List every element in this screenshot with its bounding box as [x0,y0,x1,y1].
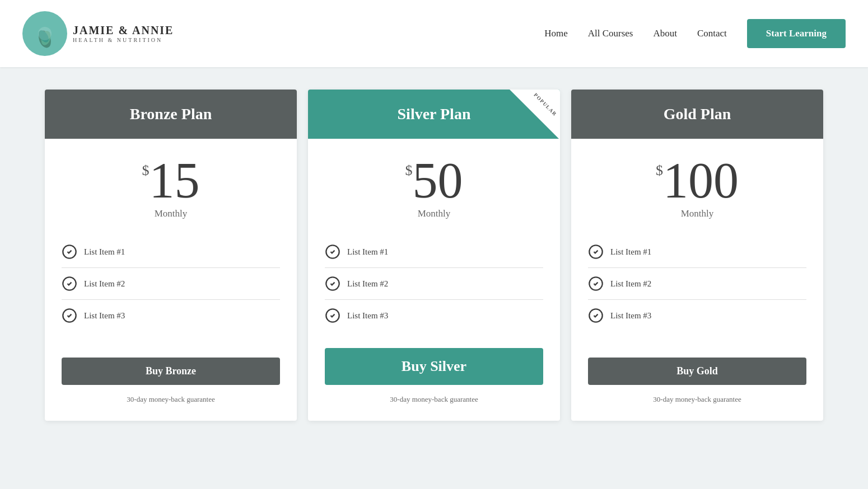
popular-badge: POPULAR [510,90,560,140]
gold-plan-card: Gold Plan $ 100 Monthly [571,90,823,421]
gold-feature-2-text: List Item #2 [610,279,651,289]
bronze-plan-title: Bronze Plan [130,105,212,123]
gold-plan-body: $ 100 Monthly List Item #1 [571,139,823,421]
silver-plan-card: Silver Plan POPULAR $ 50 Monthly [308,90,560,421]
gold-feature-1-text: List Item #1 [610,247,651,257]
silver-feature-1: List Item #1 [325,236,543,268]
silver-plan-title: Silver Plan [398,105,471,123]
gold-plan-title: Gold Plan [664,105,731,123]
silver-guarantee: 30-day money-back guarantee [325,395,543,404]
gold-price-period: Monthly [588,208,806,219]
check-icon [588,276,604,291]
check-icon [325,276,340,291]
main-content: Bronze Plan $ 15 Monthly [0,67,868,454]
bronze-price-number: 15 [150,156,200,206]
gold-price-area: $ 100 Monthly [588,156,806,219]
logo-sub-text: HEALTH & NUTRITION [73,37,174,43]
nav-contact[interactable]: Contact [697,28,727,39]
logo-main-text: JAMIE & ANNIE [73,24,174,37]
bronze-price-period: Monthly [62,208,280,219]
silver-plan-header: Silver Plan POPULAR [308,90,560,139]
check-icon [62,308,77,323]
bronze-feature-1-text: List Item #1 [84,247,125,257]
bronze-plan-body: $ 15 Monthly List Item #1 [45,139,297,421]
bronze-price-display: $ 15 [62,156,280,206]
bronze-plan-card: Bronze Plan $ 15 Monthly [45,90,297,421]
start-learning-button[interactable]: Start Learning [747,19,846,48]
bronze-feature-3-text: List Item #3 [84,311,125,321]
bronze-guarantee: 30-day money-back guarantee [62,395,280,404]
silver-feature-2-text: List Item #2 [347,279,388,289]
gold-feature-3-text: List Item #3 [610,311,651,321]
silver-price-dollar: $ [405,163,413,178]
gold-plan-header: Gold Plan [571,90,823,139]
bronze-price-area: $ 15 Monthly [62,156,280,219]
header: JAMIE & ANNIE HEALTH & NUTRITION Home Al… [0,0,868,67]
check-icon [62,276,77,291]
logo-circle [22,11,67,56]
bronze-feature-1: List Item #1 [62,236,280,268]
nav-home[interactable]: Home [544,28,568,39]
silver-price-number: 50 [413,156,463,206]
buy-gold-button[interactable]: Buy Gold [588,358,806,385]
buy-bronze-button[interactable]: Buy Bronze [62,358,280,385]
silver-feature-3: List Item #3 [325,300,543,331]
gold-feature-3: List Item #3 [588,300,806,331]
silver-price-display: $ 50 [325,156,543,206]
svg-point-3 [38,27,52,40]
bronze-features-list: List Item #1 List Item #2 [62,236,280,341]
pricing-cards: Bronze Plan $ 15 Monthly [45,90,823,421]
logo-area: JAMIE & ANNIE HEALTH & NUTRITION [22,11,174,56]
gold-features-list: List Item #1 List Item #2 [588,236,806,341]
logo-text: JAMIE & ANNIE HEALTH & NUTRITION [73,24,174,43]
bronze-feature-3: List Item #3 [62,300,280,331]
buy-silver-button[interactable]: Buy Silver [325,348,543,385]
main-nav: Home All Courses About Contact Start Lea… [544,19,846,48]
popular-badge-text: POPULAR [531,91,559,118]
bronze-plan-header: Bronze Plan [45,90,297,139]
bronze-feature-2-text: List Item #2 [84,279,125,289]
gold-price-number: 100 [663,156,739,206]
silver-price-period: Monthly [325,208,543,219]
gold-price-display: $ 100 [588,156,806,206]
check-icon [588,244,604,260]
bronze-feature-2: List Item #2 [62,268,280,300]
check-icon [588,308,604,323]
silver-price-area: $ 50 Monthly [325,156,543,219]
gold-price-dollar: $ [656,163,663,178]
bronze-price-dollar: $ [142,163,150,178]
silver-plan-body: $ 50 Monthly List Item #1 [308,139,560,421]
check-icon [325,308,340,323]
nav-all-courses[interactable]: All Courses [588,28,633,39]
silver-feature-2: List Item #2 [325,268,543,300]
check-icon [325,244,340,260]
gold-guarantee: 30-day money-back guarantee [588,395,806,404]
check-icon [62,244,77,260]
nav-about[interactable]: About [653,28,677,39]
silver-feature-3-text: List Item #3 [347,311,388,321]
gold-feature-1: List Item #1 [588,236,806,268]
silver-feature-1-text: List Item #1 [347,247,388,257]
silver-features-list: List Item #1 List Item #2 [325,236,543,331]
gold-feature-2: List Item #2 [588,268,806,300]
